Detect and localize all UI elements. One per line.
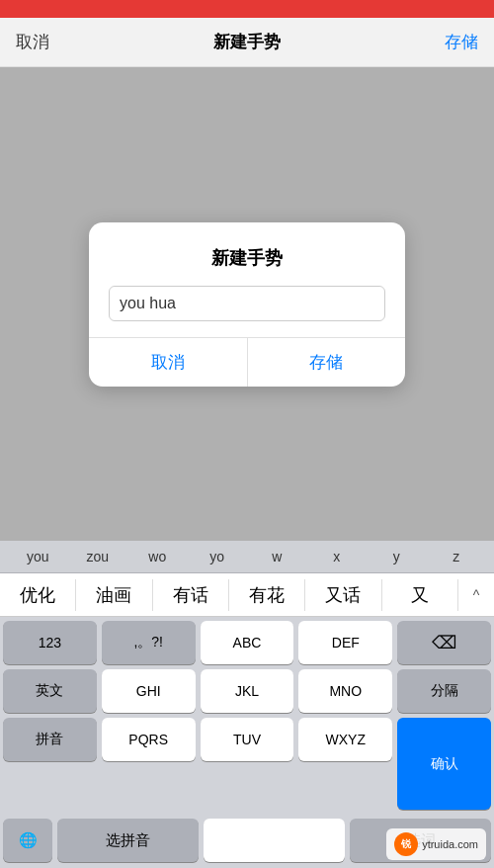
dialog-button-row: 取消 存储: [89, 337, 405, 387]
pinyin-item-0[interactable]: you: [8, 547, 68, 566]
suggestion-row: 优化 油画 有话 有花 又话 又 ^: [0, 573, 494, 617]
key-pqrs[interactable]: PQRS: [102, 718, 196, 761]
dialog-save-button[interactable]: 存储: [248, 338, 406, 387]
key-ghi[interactable]: GHI: [102, 669, 196, 713]
key-tuv[interactable]: TUV: [201, 718, 294, 761]
suggestion-0[interactable]: 优化: [0, 579, 76, 611]
watermark-box: 锐 ytruida.com: [386, 828, 486, 860]
dialog-title: 新建手势: [109, 246, 385, 270]
suggestion-4[interactable]: 又话: [305, 579, 381, 611]
key-split[interactable]: 分隔: [397, 669, 491, 713]
gesture-name-input[interactable]: [109, 286, 385, 321]
nav-cancel-button[interactable]: 取消: [16, 31, 49, 53]
key-confirm[interactable]: 确认: [397, 718, 491, 810]
suggestion-5[interactable]: 又: [382, 579, 458, 611]
watermark-icon: 锐: [394, 832, 418, 856]
pinyin-item-4[interactable]: w: [247, 547, 307, 566]
pinyin-item-6[interactable]: y: [367, 547, 427, 566]
new-gesture-dialog: 新建手势 取消 存储: [89, 222, 405, 387]
key-abc[interactable]: ABC: [201, 621, 294, 664]
nav-save-button[interactable]: 存储: [445, 31, 478, 53]
watermark-url: ytruida.com: [422, 838, 478, 850]
key-def[interactable]: DEF: [298, 621, 392, 664]
status-bar: [0, 0, 494, 18]
key-wxyz[interactable]: WXYZ: [298, 718, 392, 761]
pinyin-suggestion-row: you zou wo yo w x y z: [0, 541, 494, 573]
key-english[interactable]: 英文: [3, 669, 97, 713]
key-row-3: 拼音 PQRS TUV WXYZ 确认: [3, 718, 491, 810]
key-123[interactable]: 123: [3, 621, 97, 664]
pinyin-item-5[interactable]: x: [307, 547, 368, 566]
suggestion-2[interactable]: 有话: [153, 579, 229, 611]
suggestion-3[interactable]: 有花: [229, 579, 305, 611]
pinyin-item-2[interactable]: wo: [127, 547, 188, 566]
dialog-cancel-button[interactable]: 取消: [89, 338, 247, 387]
key-punctuation[interactable]: ,。?!: [102, 621, 196, 664]
key-row-1: 123 ,。?! ABC DEF ⌫: [3, 621, 491, 664]
suggestion-1[interactable]: 油画: [76, 579, 152, 611]
pinyin-item-3[interactable]: yo: [188, 547, 248, 566]
main-content-area: 新建手势 取消 存储: [0, 67, 494, 541]
key-globe[interactable]: 🌐: [3, 819, 52, 862]
key-delete[interactable]: ⌫: [397, 621, 491, 664]
key-select-pinyin[interactable]: 选拼音: [57, 819, 199, 862]
pinyin-item-1[interactable]: zou: [68, 547, 128, 566]
nav-title: 新建手势: [213, 31, 281, 53]
suggestion-expand-button[interactable]: ^: [458, 587, 494, 603]
key-jkl[interactable]: JKL: [201, 669, 294, 713]
navigation-bar: 取消 新建手势 存储: [0, 18, 494, 67]
watermark: 锐 ytruida.com: [386, 828, 486, 860]
pinyin-item-7[interactable]: z: [427, 547, 487, 566]
key-space[interactable]: [204, 819, 345, 862]
keyboard: you zou wo yo w x y z 优化 油画 有话 有花 又话 又 ^…: [0, 541, 494, 868]
key-rows: 123 ,。?! ABC DEF ⌫ 英文 GHI JKL MNO 分隔 拼音 …: [0, 617, 494, 819]
key-row-2: 英文 GHI JKL MNO 分隔: [3, 669, 491, 713]
key-mno[interactable]: MNO: [298, 669, 392, 713]
globe-icon: 🌐: [19, 831, 38, 849]
key-pinyin[interactable]: 拼音: [3, 718, 97, 761]
